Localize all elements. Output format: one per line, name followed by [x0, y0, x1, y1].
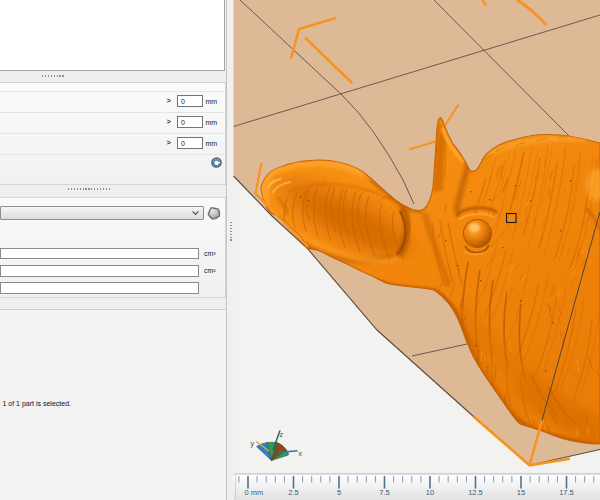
svg-text:7.5: 7.5	[379, 488, 389, 497]
svg-text:5: 5	[337, 488, 341, 497]
svg-text:12.5: 12.5	[468, 488, 483, 497]
svg-text:15: 15	[517, 488, 525, 497]
svg-text:y: y	[251, 440, 255, 448]
svg-text:2.5: 2.5	[288, 488, 298, 497]
svg-text:x: x	[299, 450, 303, 457]
svg-text:0 mm: 0 mm	[245, 488, 264, 497]
svg-text:10: 10	[426, 488, 434, 497]
svg-text:17.5: 17.5	[559, 488, 574, 497]
svg-text:z: z	[280, 431, 284, 438]
